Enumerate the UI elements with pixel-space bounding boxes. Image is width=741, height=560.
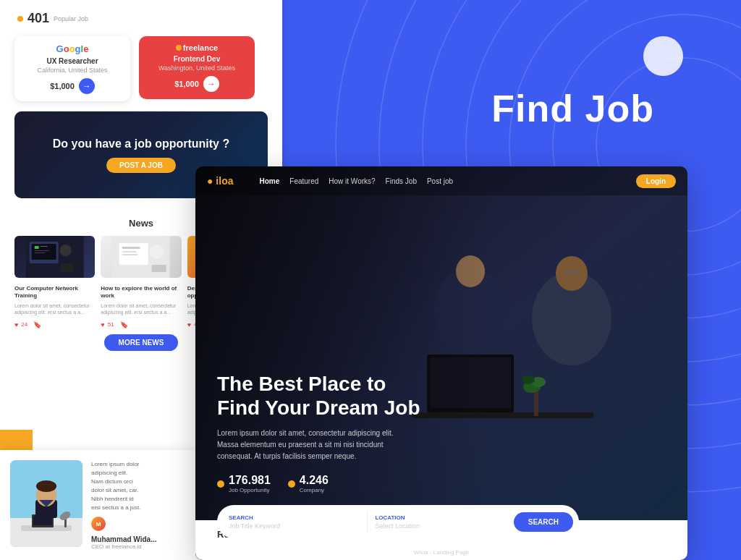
- like-icon-3: ♥: [187, 321, 191, 328]
- search-divider: [367, 511, 368, 533]
- hero-stats: 176.981 Job Opportunity 4.246 Company: [217, 474, 666, 493]
- svg-rect-15: [61, 263, 74, 272]
- hero-stat-jobs: 176.981 Job Opportunity: [217, 474, 271, 493]
- freelance-job-title: Frontend Dev: [149, 55, 245, 63]
- freelance-apply-button[interactable]: →: [203, 76, 219, 92]
- site-logo: ● iloa: [207, 175, 233, 187]
- location-placeholder: Select Location: [375, 522, 506, 530]
- nav-finds-job[interactable]: Finds Job: [386, 177, 417, 185]
- google-salary-row: $1,000 →: [25, 78, 120, 94]
- like-count-1: 24: [21, 321, 27, 328]
- hero-stat-companies: 4.246 Company: [288, 474, 329, 493]
- news-item-1-desc: Lorem dolor sit amet, consectetur adipis…: [14, 302, 95, 315]
- person-info: Lorem ipsum dolor adipiscing elit. Nam d…: [91, 460, 185, 550]
- hero-section: The Best Place to Find Your Dream Job Lo…: [195, 166, 687, 560]
- google-apply-button[interactable]: →: [79, 78, 95, 94]
- job-cards-row: Google UX Researcher California, United …: [14, 36, 268, 101]
- svg-rect-20: [122, 254, 138, 255]
- stat-number: 401: [27, 11, 49, 26]
- svg-rect-19: [122, 251, 137, 253]
- location-field: LOCATION Select Location: [375, 514, 506, 530]
- google-salary: $1,000: [50, 82, 75, 90]
- google-logo: Google: [25, 43, 120, 54]
- svg-rect-12: [35, 250, 49, 251]
- find-job-title: Find Job: [491, 87, 654, 130]
- nav-featured[interactable]: Featured: [289, 177, 318, 185]
- hero-title: The Best Place to Find Your Dream Job: [217, 372, 666, 420]
- decorative-circle: [643, 36, 683, 76]
- nav-home[interactable]: Home: [259, 177, 279, 185]
- google-location: California, United States: [25, 67, 120, 74]
- like-icon-2: ♥: [101, 321, 104, 328]
- news-item-1-title: Our Computer Network Training: [14, 285, 95, 300]
- news-image-1: [14, 236, 95, 278]
- freelance-salary-row: $1,000 →: [149, 76, 245, 92]
- person-description: Lorem ipsum dolor adipiscing elit. Nam d…: [91, 460, 185, 512]
- more-news-button[interactable]: MORE NEWS: [104, 334, 179, 351]
- stat-dot: [17, 16, 23, 22]
- companies-number: 4.246: [300, 474, 329, 487]
- google-card: Google UX Researcher California, United …: [14, 36, 130, 101]
- person-role: CEO at freelance.id: [91, 543, 185, 550]
- like-count-2: 51: [108, 321, 114, 328]
- freelance-location: Washington, United States: [149, 64, 245, 72]
- svg-rect-13: [35, 253, 46, 253]
- jobs-label: Job Opportunity: [229, 487, 271, 493]
- website-mockup: The Best Place to Find Your Dream Job Lo…: [195, 166, 687, 560]
- location-label: LOCATION: [375, 514, 506, 521]
- svg-point-21: [150, 245, 164, 259]
- person-photo: [10, 460, 82, 547]
- freelance-card: freelance Frontend Dev Washington, Unite…: [139, 36, 255, 99]
- news-item-2-desc: Lorem dolor sit amet, consectetur adipis…: [101, 302, 181, 315]
- like-icon-1: ♥: [14, 321, 18, 328]
- news-item-1: Our Computer Network Training Lorem dolo…: [14, 285, 95, 315]
- companies-label: Company: [300, 487, 329, 493]
- search-field: SEARCH Job Title Keyword: [229, 514, 360, 530]
- nav-post-job[interactable]: Post job: [427, 177, 453, 185]
- stats-row: 401 Popular Job: [14, 11, 268, 26]
- news-item-2-title: How to explore the world of work: [101, 285, 181, 300]
- svg-point-14: [60, 245, 72, 256]
- svg-rect-10: [35, 246, 39, 249]
- stat-dot-companies: [288, 480, 295, 488]
- stat-dot-jobs: [217, 480, 224, 488]
- mockup-navbar: ● iloa Home Featured How it Works? Finds…: [195, 166, 687, 195]
- svg-rect-22: [152, 265, 166, 272]
- google-job-title: UX Researcher: [25, 57, 120, 65]
- nav-login-button[interactable]: Login: [636, 174, 676, 188]
- stat-label: Popular Job: [54, 15, 88, 22]
- nav-how-it-works[interactable]: How it Works?: [329, 177, 375, 185]
- person-card: Lorem ipsum dolor adipiscing elit. Nam d…: [0, 450, 195, 560]
- logo-dot: ●: [207, 175, 213, 187]
- person-name: Muhammad Wida...: [91, 535, 185, 543]
- person-avatar-small: M: [91, 517, 185, 531]
- bookmark-icon-1: 🔖: [33, 321, 41, 328]
- hero-description: Lorem ipsum dolor sit amet, consectetur …: [217, 428, 420, 462]
- post-job-button[interactable]: POST A JOB: [106, 158, 176, 173]
- freelance-salary: $1,000: [174, 80, 199, 88]
- search-placeholder: Job Title Keyword: [229, 522, 360, 530]
- svg-rect-18: [122, 247, 140, 249]
- mockup-footer: Wiloa - Landing Page: [195, 549, 687, 556]
- svg-point-34: [36, 480, 56, 492]
- job-search-bar: SEARCH Job Title Keyword LOCATION Select…: [217, 505, 579, 538]
- news-item-2: How to explore the world of work Lorem d…: [101, 285, 181, 315]
- search-label: SEARCH: [229, 514, 360, 521]
- news-image-2: [101, 236, 181, 278]
- person-avatar-circle: M: [91, 517, 106, 531]
- jobs-number: 176.981: [229, 474, 271, 487]
- nav-links: Home Featured How it Works? Finds Job Po…: [259, 177, 453, 185]
- bookmark-icon-2: 🔖: [120, 321, 128, 328]
- freelance-logo: freelance: [149, 43, 245, 52]
- svg-rect-11: [41, 246, 48, 247]
- search-button[interactable]: SEARCH: [514, 512, 573, 532]
- job-banner-title: Do you have a job opportunity ?: [53, 137, 229, 152]
